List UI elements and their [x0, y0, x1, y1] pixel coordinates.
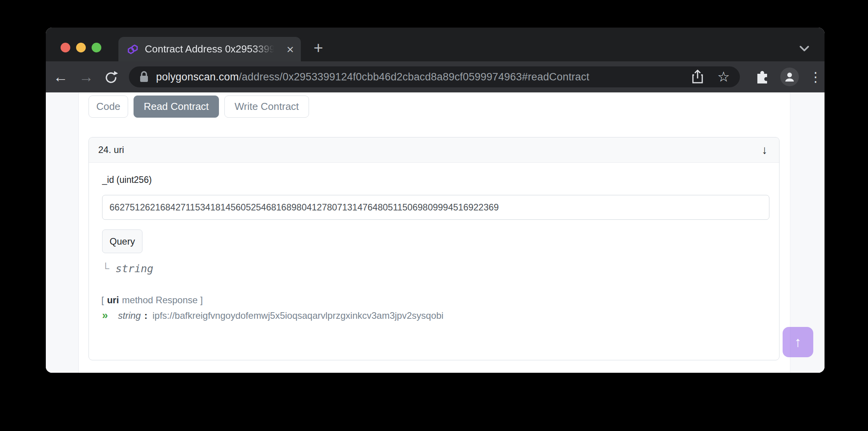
tab-strip: Contract Address 0x29533991 × + — [46, 28, 825, 61]
return-corner-glyph: └ — [102, 262, 109, 275]
browser-window: Contract Address 0x29533991 × + ← → poly… — [46, 28, 825, 373]
method-card-title: 24. uri — [98, 144, 124, 155]
response-type-label: string — [118, 310, 141, 321]
response-method-name: uri — [107, 295, 119, 305]
forward-button[interactable]: → — [77, 68, 95, 86]
response-bracket-open: [ — [101, 295, 104, 305]
address-bar[interactable]: polygonscan.com/address/0x2953399124f0cb… — [129, 66, 740, 87]
tab-close-icon[interactable]: × — [286, 43, 294, 56]
polygon-favicon-icon — [127, 43, 139, 55]
tab-search-chevron-icon[interactable] — [797, 42, 812, 55]
url-domain: polygonscan.com — [156, 71, 239, 83]
tab-write-contract[interactable]: Write Contract — [224, 96, 309, 118]
browser-menu-icon[interactable]: ⋮ — [809, 69, 819, 85]
response-line: » string : ipfs://bafkreigfvngoydofemwj5… — [102, 309, 443, 322]
response-separator: : — [144, 310, 148, 321]
return-type-row: └ string — [102, 262, 153, 275]
lock-icon — [139, 71, 149, 83]
response-value: ipfs://bafkreigfvngoydofemwj5x5ioqsaqarv… — [153, 310, 444, 321]
method-card-uri: 24. uri ↓ _id (uint256) Query └ string [… — [89, 137, 779, 360]
window-minimize-button[interactable] — [76, 43, 86, 52]
query-button[interactable]: Query — [102, 229, 142, 253]
page-gutter-left — [46, 92, 79, 373]
method-card-header[interactable]: 24. uri ↓ — [89, 137, 779, 163]
window-close-button[interactable] — [61, 43, 70, 52]
response-header-suffix: method Response ] — [122, 295, 203, 305]
param-input[interactable] — [102, 195, 769, 220]
window-zoom-button[interactable] — [92, 43, 101, 52]
page-content: Code Read Contract Write Contract 24. ur… — [46, 92, 825, 373]
bookmark-star-icon[interactable]: ☆ — [717, 70, 730, 84]
back-to-top-button[interactable]: ↑ — [783, 327, 813, 357]
tab-code[interactable]: Code — [89, 96, 128, 118]
reload-button[interactable] — [102, 70, 120, 85]
person-icon — [784, 71, 795, 83]
tab-title: Contract Address 0x29533991 — [145, 43, 277, 55]
collapse-arrow-icon[interactable]: ↓ — [762, 143, 767, 156]
param-label: _id (uint256) — [102, 175, 152, 185]
share-icon[interactable] — [691, 69, 704, 85]
new-tab-button[interactable]: + — [310, 40, 327, 57]
tab-read-contract[interactable]: Read Contract — [134, 96, 219, 118]
return-type-label: string — [115, 262, 153, 275]
browser-tab[interactable]: Contract Address 0x29533991 × — [118, 37, 301, 61]
browser-toolbar: ← → polygonscan.com/address/0x2953399124… — [46, 61, 825, 92]
url-text: polygonscan.com/address/0x2953399124f0cb… — [156, 71, 589, 83]
response-chevrons-icon: » — [102, 309, 108, 322]
response-header: [urimethod Response ] — [101, 295, 203, 306]
extensions-puzzle-icon[interactable] — [755, 69, 770, 85]
profile-avatar[interactable] — [780, 68, 799, 86]
back-button[interactable]: ← — [51, 68, 70, 86]
url-path: /address/0x2953399124f0cbb46d2cbacd8a89c… — [239, 71, 589, 83]
